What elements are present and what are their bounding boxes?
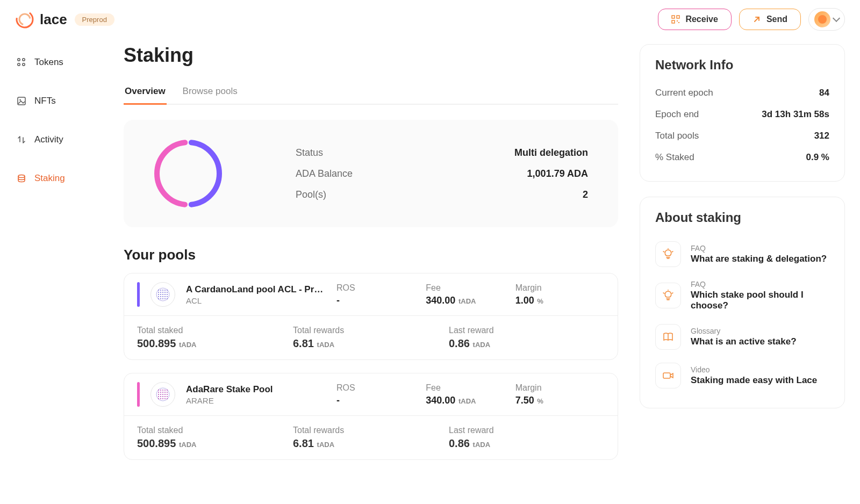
pool-card[interactable]: AdaRare Stake Pool ARARE ROS - Fee 340.0… bbox=[124, 373, 618, 460]
pool-icon bbox=[150, 382, 175, 407]
svg-point-52 bbox=[160, 398, 161, 399]
about-item[interactable]: Video Staking made easy with Lace bbox=[655, 356, 829, 395]
pool-stat-fee: Fee 340.00 tADA bbox=[426, 283, 515, 306]
pool-stat-unit: % bbox=[535, 397, 543, 405]
summary-rows: Status Multi delegation ADA Balance 1,00… bbox=[296, 147, 588, 200]
svg-rect-5 bbox=[677, 20, 678, 21]
about-text: FAQ What are staking & delegation? bbox=[691, 244, 827, 264]
svg-point-20 bbox=[158, 296, 159, 297]
pool-body-value: 0.86 tADA bbox=[449, 337, 605, 350]
pool-body-staked: Total staked 500.895 tADA bbox=[137, 426, 293, 450]
pool-name: AdaRare Stake Pool bbox=[186, 384, 326, 395]
pool-card[interactable]: A CardanoLand pool ACL - PrePr... ACL RO… bbox=[124, 273, 618, 360]
svg-point-23 bbox=[160, 292, 161, 293]
svg-point-56 bbox=[162, 396, 163, 397]
svg-point-10 bbox=[23, 63, 25, 66]
svg-point-34 bbox=[164, 294, 166, 295]
about-staking-title: About staking bbox=[655, 210, 829, 225]
tab-overview[interactable]: Overview bbox=[124, 82, 167, 105]
sidebar-item-label: NFTs bbox=[34, 96, 56, 106]
pool-head: AdaRare Stake Pool ARARE ROS - Fee 340.0… bbox=[124, 373, 618, 415]
receive-button[interactable]: Receive bbox=[658, 9, 732, 30]
summary-balance-value: 1,001.79 ADA bbox=[527, 168, 588, 179]
info-label: % Staked bbox=[655, 152, 694, 163]
about-type: Glossary bbox=[691, 327, 797, 335]
bulb-icon bbox=[655, 241, 681, 267]
pool-body-unit: tADA bbox=[177, 341, 196, 349]
account-menu[interactable] bbox=[808, 8, 845, 31]
pool-stat-label: Margin bbox=[515, 283, 605, 293]
header-left: lace Preprod bbox=[15, 10, 114, 29]
brand-logo[interactable]: lace bbox=[15, 10, 67, 29]
svg-point-8 bbox=[23, 59, 25, 61]
pool-stat-unit: tADA bbox=[456, 397, 476, 405]
pool-accent bbox=[137, 282, 140, 307]
stack-icon bbox=[16, 173, 27, 184]
pool-body-rewards: Total rewards 6.81 tADA bbox=[293, 326, 449, 350]
pool-body-unit: tADA bbox=[315, 341, 334, 349]
sidebar: Tokens NFTs Activity Staking bbox=[0, 39, 108, 504]
sidebar-item-nfts[interactable]: NFTs bbox=[11, 88, 102, 114]
about-text: Glossary What is an active stake? bbox=[691, 327, 797, 347]
pool-body-staked: Total staked 500.895 tADA bbox=[137, 326, 293, 350]
svg-point-19 bbox=[158, 294, 159, 295]
pool-stat-value: 1.00 % bbox=[515, 295, 605, 306]
delegation-donut-chart bbox=[134, 136, 242, 211]
pool-name-block: A CardanoLand pool ACL - PrePr... ACL bbox=[186, 284, 326, 305]
svg-point-50 bbox=[160, 394, 161, 395]
pool-stat-value: 340.00 tADA bbox=[426, 395, 515, 406]
about-item[interactable]: FAQ Which stake pool should I choose? bbox=[655, 273, 829, 318]
svg-point-41 bbox=[167, 298, 168, 299]
pool-stat-label: Fee bbox=[426, 383, 515, 393]
svg-point-49 bbox=[160, 392, 161, 393]
sidebar-item-activity[interactable]: Activity bbox=[11, 127, 102, 153]
svg-point-36 bbox=[164, 298, 166, 299]
sidebar-item-staking[interactable]: Staking bbox=[11, 165, 102, 191]
about-item[interactable]: FAQ What are staking & delegation? bbox=[655, 235, 829, 273]
pool-ticker: ARARE bbox=[186, 396, 326, 405]
pool-body-label: Last reward bbox=[449, 426, 605, 435]
about-item[interactable]: Glossary What is an active stake? bbox=[655, 318, 829, 356]
svg-point-35 bbox=[164, 296, 166, 297]
svg-point-47 bbox=[158, 398, 159, 399]
summary-pools-label: Pool(s) bbox=[296, 189, 326, 200]
svg-point-65 bbox=[167, 394, 168, 395]
send-button[interactable]: Send bbox=[739, 9, 801, 30]
pool-icon bbox=[150, 282, 175, 307]
pool-name-block: AdaRare Stake Pool ARARE bbox=[186, 384, 326, 405]
about-title: What are staking & delegation? bbox=[691, 254, 827, 264]
about-text: Video Staking made easy with Lace bbox=[691, 365, 817, 386]
pool-body: Total staked 500.895 tADA Total rewards … bbox=[124, 415, 618, 459]
pool-stat-ros: ROS - bbox=[336, 283, 426, 306]
svg-point-18 bbox=[158, 292, 159, 293]
sidebar-item-tokens[interactable]: Tokens bbox=[11, 49, 102, 75]
svg-point-39 bbox=[167, 294, 168, 295]
header-right: Receive Send bbox=[658, 8, 845, 31]
pool-stat-value: 340.00 tADA bbox=[426, 295, 515, 306]
svg-point-29 bbox=[162, 294, 163, 295]
tab-browse-pools[interactable]: Browse pools bbox=[182, 82, 239, 105]
svg-point-38 bbox=[167, 292, 168, 293]
pool-body-label: Last reward bbox=[449, 326, 605, 335]
pool-body: Total staked 500.895 tADA Total rewards … bbox=[124, 315, 618, 359]
pool-stat-value: - bbox=[336, 395, 426, 406]
about-staking-card: About staking FAQ What are staking & del… bbox=[640, 197, 845, 408]
svg-point-51 bbox=[160, 396, 161, 397]
pool-stat-label: Margin bbox=[515, 383, 605, 393]
pool-stat-value: 7.50 % bbox=[515, 395, 605, 406]
your-pools-heading: Your pools bbox=[124, 247, 618, 263]
avatar-icon bbox=[814, 11, 830, 27]
pool-body-rewards: Total rewards 6.81 tADA bbox=[293, 426, 449, 450]
pool-name: A CardanoLand pool ACL - PrePr... bbox=[186, 284, 326, 295]
info-row-total-pools: Total pools 312 bbox=[655, 125, 829, 147]
summary-status-row: Status Multi delegation bbox=[296, 147, 588, 159]
svg-point-25 bbox=[160, 296, 161, 297]
pool-body-label: Total staked bbox=[137, 426, 293, 435]
summary-status-label: Status bbox=[296, 147, 323, 159]
about-title: What is an active stake? bbox=[691, 336, 797, 347]
pool-body-last: Last reward 0.86 tADA bbox=[449, 326, 605, 350]
svg-point-21 bbox=[158, 298, 159, 299]
svg-point-67 bbox=[167, 398, 168, 399]
svg-point-0 bbox=[15, 10, 34, 29]
pool-stat-ros: ROS - bbox=[336, 383, 426, 406]
